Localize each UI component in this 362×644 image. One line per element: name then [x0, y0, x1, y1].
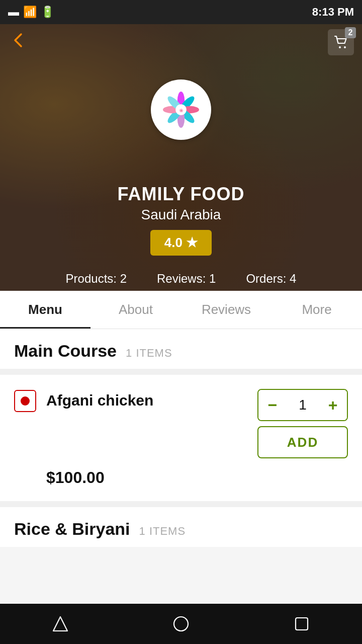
tabs-bar: Menu About Reviews More	[0, 291, 362, 329]
star-icon: ★	[186, 235, 198, 250]
quantity-control-afgani: − 1 + ADD	[257, 389, 348, 458]
svg-text:🌸: 🌸	[179, 108, 184, 113]
food-type-dot	[21, 396, 30, 406]
main-course-count: 1 ITEMS	[126, 347, 172, 360]
increase-qty-button[interactable]: +	[319, 390, 347, 420]
status-right: 8:13 PM	[312, 6, 354, 19]
menu-item-afgani-chicken: Afgani chicken − 1 + ADD $100.00	[0, 375, 362, 501]
restaurant-location: Saudi Arabia	[0, 207, 362, 223]
reviews-stat: Reviews: 1	[157, 272, 216, 286]
nav-recents-button[interactable]	[289, 611, 314, 636]
hero-section: 2 🌸 FAMILY FOOD Saudi Arabia 4.0 ★ Produ…	[0, 24, 362, 291]
logo-flower-icon: 🌸	[158, 87, 204, 132]
menu-content: Main Course 1 ITEMS Afgani chicken − 1 +…	[0, 329, 362, 547]
main-course-title: Main Course	[14, 341, 117, 361]
tab-more[interactable]: More	[272, 291, 362, 329]
cart-icon-container[interactable]: 2	[328, 29, 354, 55]
cart-button[interactable]: 2	[328, 29, 354, 55]
back-button[interactable]	[10, 31, 28, 54]
rice-biryani-header: Rice & Biryani 1 ITEMS	[0, 507, 362, 547]
item-name-afgani-chicken: Afgani chicken	[46, 389, 153, 409]
section-divider-1	[0, 369, 362, 375]
svg-point-0	[339, 46, 341, 48]
time-display: 8:13 PM	[312, 6, 354, 19]
cart-badge: 2	[345, 27, 356, 38]
products-stat: Products: 2	[66, 272, 127, 286]
restaurant-name: FAMILY FOOD	[0, 184, 362, 205]
rating-badge: 4.0 ★	[150, 230, 212, 256]
svg-marker-12	[53, 617, 67, 631]
rating-value: 4.0	[164, 235, 183, 250]
menu-item-top-row: Afgani chicken − 1 + ADD	[14, 389, 348, 458]
restaurant-logo: 🌸	[151, 79, 211, 140]
qty-row: − 1 +	[257, 389, 348, 421]
rice-biryani-title: Rice & Biryani	[14, 519, 130, 539]
main-course-header: Main Course 1 ITEMS	[0, 329, 362, 369]
signal-icon: ▬	[8, 6, 19, 19]
menu-item-left: Afgani chicken	[14, 389, 247, 412]
item-price-afgani: $100.00	[14, 458, 348, 501]
status-bar: ▬ 📶 🔋 8:13 PM	[0, 0, 362, 24]
bottom-nav	[0, 604, 362, 644]
hero-content: FAMILY FOOD Saudi Arabia 4.0 ★	[0, 184, 362, 256]
svg-point-1	[344, 46, 346, 48]
status-icons-left: ▬ 📶 🔋	[8, 6, 54, 19]
orders-stat: Orders: 4	[246, 272, 296, 286]
svg-point-13	[174, 617, 188, 631]
rice-biryani-count: 1 ITEMS	[139, 525, 186, 538]
svg-rect-14	[296, 618, 308, 630]
tab-reviews[interactable]: Reviews	[181, 291, 272, 329]
battery-icon: 🔋	[41, 6, 54, 19]
nav-back-button[interactable]	[48, 611, 73, 636]
section-divider-2	[0, 501, 362, 507]
decrease-qty-button[interactable]: −	[258, 390, 287, 420]
add-to-cart-button[interactable]: ADD	[257, 426, 348, 458]
tab-about[interactable]: About	[90, 291, 181, 329]
wifi-icon: 📶	[23, 6, 37, 19]
hero-stats: Products: 2 Reviews: 1 Orders: 4	[0, 272, 362, 286]
qty-value: 1	[287, 397, 319, 413]
non-veg-indicator	[14, 390, 36, 412]
tab-menu[interactable]: Menu	[0, 291, 90, 329]
nav-home-button[interactable]	[168, 611, 194, 636]
